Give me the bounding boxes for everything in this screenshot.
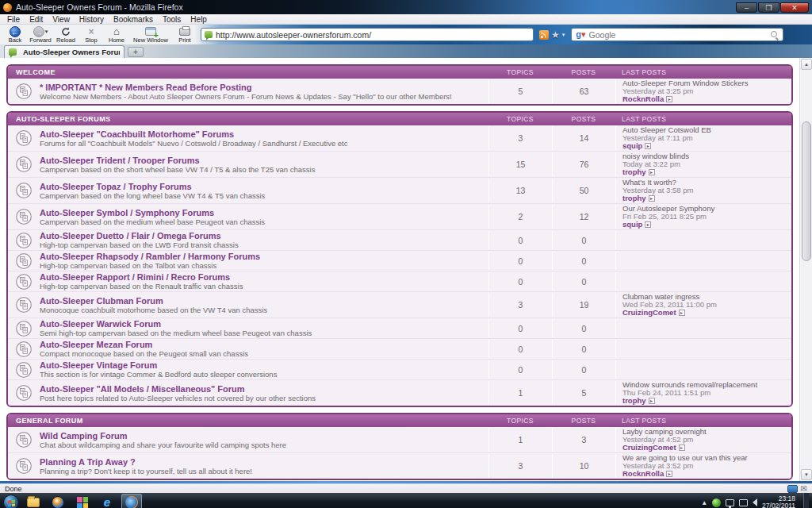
menu-history[interactable]: History <box>75 15 108 24</box>
goto-last-post-icon[interactable]: ▸ <box>679 310 685 316</box>
show-desktop-button[interactable] <box>803 493 809 508</box>
taskbar-internet-explorer-icon[interactable]: e <box>97 494 117 508</box>
close-button[interactable]: ✕ <box>780 2 809 13</box>
url-input[interactable] <box>216 30 530 40</box>
forum-row: Auto-Sleeper "All Models / Miscellaneous… <box>8 380 791 406</box>
minimize-button[interactable]: – <box>736 2 757 13</box>
tab-auto-sleeper-forum[interactable]: Auto-Sleeper Owners Forum <box>4 45 124 58</box>
vertical-scrollbar[interactable]: ▲ ▼ <box>799 58 812 481</box>
taskbar-explorer-icon[interactable] <box>23 494 44 508</box>
tray-network-icon[interactable] <box>726 499 734 506</box>
forum-link[interactable]: Auto-Sleeper Mezan Forum <box>40 340 488 349</box>
rss-icon[interactable] <box>539 30 549 40</box>
start-orb-icon[interactable] <box>3 495 19 508</box>
topics-count: 3 <box>488 126 552 150</box>
goto-last-post-icon[interactable]: ▸ <box>666 471 672 477</box>
topics-count: 3 <box>488 293 552 317</box>
topics-count: 0 <box>488 231 552 249</box>
menu-bookmarks[interactable]: Bookmarks <box>109 15 157 24</box>
url-bar[interactable] <box>201 28 534 41</box>
goto-last-post-icon[interactable]: ▸ <box>649 169 655 175</box>
print-button[interactable]: Print <box>173 25 197 44</box>
posts-count: 0 <box>552 272 615 291</box>
forum-description: Campervan based on the long wheel base V… <box>40 191 488 200</box>
taskbar-windows-live-icon[interactable] <box>72 494 93 508</box>
forum-link[interactable]: Auto-Sleeper Trident / Trooper Forums <box>40 156 488 165</box>
topics-count: 2 <box>488 205 552 229</box>
forum-link[interactable]: Wild Camping Forum <box>40 431 488 441</box>
google-icon[interactable]: g▾ <box>576 30 585 39</box>
last-post-user-link[interactable]: squip <box>622 221 642 229</box>
goto-last-post-icon[interactable]: ▸ <box>649 195 655 202</box>
last-post-date: Today at 3:22 pm <box>622 160 791 168</box>
scrollbar-thumb[interactable] <box>802 121 811 261</box>
goto-last-post-icon[interactable]: ▸ <box>645 143 651 149</box>
tray-skype-icon[interactable] <box>712 498 721 507</box>
taskbar-firefox-icon[interactable] <box>121 494 142 508</box>
forum-link[interactable]: Auto-Sleeper "All Models / Miscellaneous… <box>40 384 488 394</box>
maximize-button[interactable]: ❐ <box>758 2 779 13</box>
topics-count: 0 <box>488 319 552 337</box>
menu-edit[interactable]: Edit <box>25 15 47 24</box>
bookmark-star-icon[interactable]: ★ <box>551 30 560 40</box>
last-post-user-link[interactable]: trophy <box>622 194 646 202</box>
tray-sync-icon[interactable] <box>739 499 748 506</box>
menu-file[interactable]: File <box>3 15 24 24</box>
last-post-user-link[interactable]: CruizingComet <box>622 444 676 452</box>
url-dropdown-icon[interactable]: ▾ <box>562 32 565 38</box>
menu-tools[interactable]: Tools <box>159 15 185 24</box>
forum-link[interactable]: Auto-Sleeper Rhapsody / Rambler / Harmon… <box>40 252 488 261</box>
last-post-user-link[interactable]: squip <box>622 142 642 150</box>
forum-link[interactable]: Auto-Sleeper Vintage Forum <box>40 360 488 370</box>
search-magnifier-icon[interactable] <box>770 30 779 39</box>
menu-view[interactable]: View <box>48 15 74 24</box>
goto-last-post-icon[interactable]: ▸ <box>679 444 685 451</box>
last-posts-column-header: LAST POSTS <box>615 115 791 123</box>
search-box[interactable]: g▾ <box>571 28 783 41</box>
taskbar-media-player-icon[interactable] <box>48 494 68 508</box>
forum-link[interactable]: Auto-Sleeper Duetto / Flair / Omega Foru… <box>40 231 488 241</box>
posts-count: 14 <box>552 126 615 150</box>
search-input[interactable] <box>589 30 771 40</box>
forum-link[interactable]: Auto-Sleeper Topaz / Trophy Forums <box>40 182 488 191</box>
stop-button[interactable]: × Stop <box>79 25 103 44</box>
forum-status-icon <box>8 231 40 249</box>
goto-last-post-icon[interactable]: ▸ <box>649 398 655 404</box>
last-post-user-link[interactable]: RocknRolla <box>622 95 664 103</box>
taskbar-clock[interactable]: 23:18 27/02/2011 <box>762 495 799 508</box>
topics-count: 13 <box>488 179 552 202</box>
posts-count: 10 <box>552 454 615 478</box>
forum-link[interactable]: Auto-Sleeper "Coachbuilt Motorhome" Foru… <box>40 129 488 139</box>
goto-last-post-icon[interactable]: ▸ <box>645 221 651 228</box>
scroll-up-icon[interactable]: ▲ <box>801 59 812 70</box>
forum-description: Monocoque coachbuilt motorhome based on … <box>40 306 488 314</box>
forward-button[interactable]: → ▾ Forward <box>29 25 52 44</box>
reload-button[interactable]: Reload <box>54 25 78 44</box>
last-post-user-link[interactable]: CruizingComet <box>622 309 676 317</box>
last-post-user-link[interactable]: RocknRolla <box>622 470 664 478</box>
last-post-user-link[interactable]: trophy <box>622 397 646 405</box>
history-dropdown-icon[interactable]: ▾ <box>45 29 48 35</box>
addon-status-icon[interactable] <box>787 485 798 493</box>
forum-link[interactable]: * IMPORTANT * New Members Read Before Po… <box>40 83 488 92</box>
posts-column-header: POSTS <box>552 68 615 76</box>
tray-volume-icon[interactable] <box>753 498 757 506</box>
forum-link[interactable]: Auto-Sleeper Clubman Forum <box>40 296 488 306</box>
new-tab-button[interactable]: + <box>128 47 144 57</box>
tray-expand-icon[interactable]: ▲ <box>701 499 707 506</box>
scroll-down-icon[interactable]: ▼ <box>801 469 812 480</box>
forum-link[interactable]: Auto-Sleeper Rapport / Rimini / Recro Fo… <box>40 272 488 282</box>
last-post-user-link[interactable]: trophy <box>622 168 646 176</box>
forum-row: Auto-Sleeper Trident / Trooper Forums Ca… <box>8 152 791 178</box>
forum-link[interactable]: Auto-Sleeper Warwick Forum <box>40 319 488 329</box>
menu-help[interactable]: Help <box>186 15 211 24</box>
forum-link[interactable]: Auto-Sleeper Symbol / Symphony Forums <box>40 208 488 217</box>
back-button[interactable]: ← Back <box>3 25 27 44</box>
mail-icon[interactable]: ✉ <box>801 485 807 493</box>
forum-link[interactable]: Planning A Trip Away ? <box>40 457 488 467</box>
goto-last-post-icon[interactable]: ▸ <box>666 96 672 102</box>
new-window-button[interactable]: New Window <box>130 25 171 44</box>
home-button[interactable]: ⌂ Home <box>105 25 128 44</box>
menu-bar: File Edit View History Bookmarks Tools H… <box>0 14 812 25</box>
home-icon: ⌂ <box>113 26 120 37</box>
